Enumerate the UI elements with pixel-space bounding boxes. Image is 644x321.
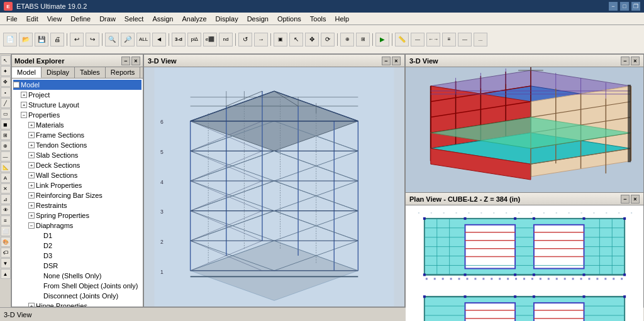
view-3d-main-canvas[interactable]: 1 2 3 4 5 6 xyxy=(144,67,404,307)
tb-run[interactable]: ▶ xyxy=(375,33,389,46)
lt-measure[interactable]: 📐 xyxy=(1,162,11,172)
tree-expand-14[interactable]: − xyxy=(28,222,35,229)
menu-item-analyze[interactable]: Analyze xyxy=(178,14,210,24)
lt-arrow-down[interactable]: ▼ xyxy=(1,258,11,268)
menu-item-view[interactable]: View xyxy=(43,14,66,24)
tree-item-17[interactable]: D3 xyxy=(13,251,142,261)
tree-item-22[interactable]: +Hinge Properties xyxy=(13,301,142,307)
tb-plan[interactable]: pl∆ xyxy=(187,33,201,46)
menu-item-help[interactable]: Help xyxy=(331,14,353,24)
tree-item-9[interactable]: +Wall Sections xyxy=(13,170,142,180)
view-3d-main-pin[interactable]: − xyxy=(382,57,391,65)
lt-display[interactable]: 👁 xyxy=(1,205,11,215)
lt-section[interactable]: ⬜ xyxy=(1,226,11,236)
view-plan-canvas[interactable]: A B C xyxy=(406,205,643,321)
tb-rotate[interactable]: ⟳ xyxy=(321,33,335,46)
minimize-button[interactable]: − xyxy=(609,2,618,11)
tree-expand-13[interactable]: + xyxy=(28,212,35,219)
tree-item-4[interactable]: +Materials xyxy=(13,120,142,130)
tb-measure[interactable]: 📏 xyxy=(395,33,409,46)
tab-model[interactable]: Model xyxy=(12,67,42,78)
lt-snap-grid[interactable]: ⊞ xyxy=(1,130,11,140)
tree-item-2[interactable]: +Structure Layout xyxy=(13,100,142,110)
tree-item-6[interactable]: +Tendon Sections xyxy=(13,140,142,150)
lt-pointer[interactable]: ✦ xyxy=(1,66,11,76)
tb-nd[interactable]: nd xyxy=(219,33,233,46)
menu-item-tools[interactable]: Tools xyxy=(306,14,330,24)
maximize-button[interactable]: □ xyxy=(620,2,629,11)
tree-item-0[interactable]: −Model xyxy=(13,80,142,90)
tree-expand-5[interactable]: + xyxy=(28,132,35,138)
tree-expand-22[interactable]: + xyxy=(28,303,35,307)
tb-section[interactable]: — xyxy=(411,33,425,46)
tree-item-8[interactable]: +Deck Sections xyxy=(13,160,142,170)
tree-expand-2[interactable]: + xyxy=(21,102,27,108)
lt-snap-line[interactable]: — xyxy=(1,151,11,161)
tree-item-15[interactable]: D1 xyxy=(13,231,142,241)
view-3d-right-pin[interactable]: − xyxy=(621,57,630,65)
restore-button[interactable]: ❐ xyxy=(631,2,640,11)
menu-item-draw[interactable]: Draw xyxy=(96,14,119,24)
tb-dim2[interactable]: — xyxy=(458,33,472,46)
lt-ortho[interactable]: ⊿ xyxy=(1,194,11,204)
tb-pointer[interactable]: ↖ xyxy=(289,33,303,46)
tb-snap[interactable]: ⊕ xyxy=(340,33,354,46)
tree-expand-12[interactable]: + xyxy=(28,202,35,209)
menu-item-define[interactable]: Define xyxy=(67,14,94,24)
tree-expand-1[interactable]: + xyxy=(21,92,27,98)
tb-elevation[interactable]: e⬛ xyxy=(203,33,217,46)
menu-item-options[interactable]: Options xyxy=(274,14,305,24)
tree-expand-10[interactable]: + xyxy=(28,182,35,188)
tree-item-16[interactable]: D2 xyxy=(13,241,142,251)
tree-expand-3[interactable]: − xyxy=(21,112,27,118)
tree-item-12[interactable]: +Restraints xyxy=(13,200,142,210)
tb-arrow[interactable]: ←→ xyxy=(426,33,440,46)
tb-dim3[interactable]: ... xyxy=(474,33,487,46)
tree-expand-7[interactable]: + xyxy=(28,152,35,158)
tree-item-20[interactable]: From Shell Object (Joints only) xyxy=(13,281,142,291)
tree-item-13[interactable]: +Spring Properties xyxy=(13,210,142,220)
lt-draw-line[interactable]: ╱ xyxy=(1,98,11,108)
tb-move[interactable]: ✥ xyxy=(305,33,319,46)
menu-item-file[interactable]: File xyxy=(3,14,21,24)
tree-expand-4[interactable]: + xyxy=(28,122,35,128)
menu-item-edit[interactable]: Edit xyxy=(23,14,42,24)
lt-snap-pt[interactable]: ⊕ xyxy=(1,141,11,151)
lt-pan[interactable]: ✥ xyxy=(1,77,11,87)
tree-expand-6[interactable]: + xyxy=(28,142,35,148)
tb-zoom-in[interactable]: 🔍 xyxy=(105,33,119,46)
lt-arrow-up[interactable]: ▲ xyxy=(1,269,11,279)
view-plan-pin[interactable]: − xyxy=(621,195,630,204)
tree-item-5[interactable]: +Frame Sections xyxy=(13,130,142,140)
lt-color[interactable]: 🎨 xyxy=(1,237,11,247)
view-3d-main-close[interactable]: × xyxy=(392,57,401,65)
tb-refresh[interactable]: ↺ xyxy=(238,33,252,46)
tab-display[interactable]: Display xyxy=(42,67,75,78)
lt-tag[interactable]: 🏷 xyxy=(1,248,11,258)
tb-3d[interactable]: 3-d xyxy=(172,33,186,46)
tb-dim1[interactable]: ≡ xyxy=(442,33,456,46)
tb-zoom-all[interactable]: ALL xyxy=(136,33,150,46)
tree-item-7[interactable]: +Slab Sections xyxy=(13,150,142,160)
tree-item-19[interactable]: None (Shells Only) xyxy=(13,271,142,281)
menu-item-design[interactable]: Design xyxy=(243,14,272,24)
tb-select[interactable]: ▣ xyxy=(274,33,287,46)
tree-expand-9[interactable]: + xyxy=(28,172,35,178)
tb-open[interactable]: 📂 xyxy=(19,33,33,46)
lt-draw-point[interactable]: • xyxy=(1,87,11,97)
view-3d-right-close[interactable]: × xyxy=(631,57,640,65)
tree-item-21[interactable]: Disconnect (Joints Only) xyxy=(13,291,142,301)
tb-grid[interactable]: ⊞ xyxy=(356,33,370,46)
menu-item-display[interactable]: Display xyxy=(212,14,242,24)
tree-expand-11[interactable]: + xyxy=(28,192,35,199)
explorer-pin[interactable]: − xyxy=(121,57,130,65)
view-plan-close[interactable]: × xyxy=(631,195,640,204)
lt-label[interactable]: A xyxy=(1,173,11,183)
tree-item-1[interactable]: +Project xyxy=(13,90,142,100)
tree-expand-0[interactable]: − xyxy=(13,82,19,88)
tb-redo[interactable]: ↪ xyxy=(86,33,99,46)
tree-item-11[interactable]: +Reinforcing Bar Sizes xyxy=(13,190,142,200)
lt-draw-area[interactable]: ▭ xyxy=(1,109,11,119)
menu-item-assign[interactable]: Assign xyxy=(148,14,177,24)
tree-item-10[interactable]: +Link Properties xyxy=(13,180,142,190)
